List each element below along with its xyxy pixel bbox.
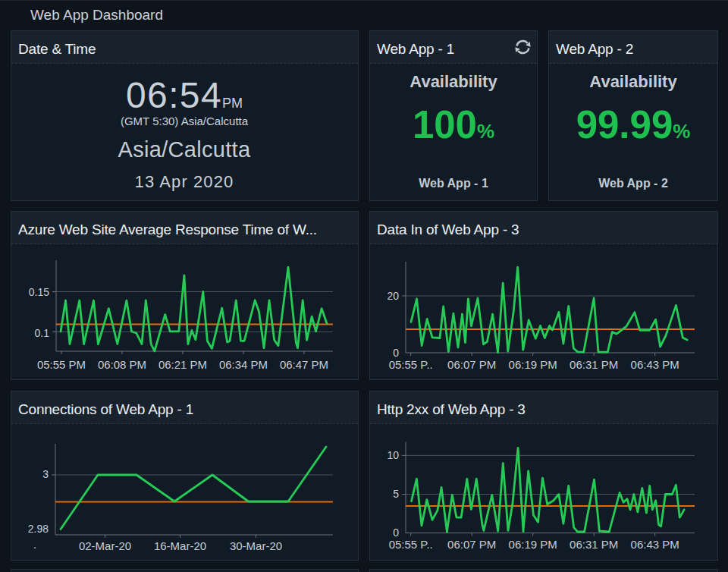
svg-text:05:55 P..: 05:55 P.. [389,538,433,551]
svg-text:06:07 PM: 06:07 PM [447,538,496,551]
svg-text:02-Mar-20: 02-Mar-20 [79,539,131,552]
svg-text:06:54PM: 06:54PM [126,75,243,115]
svg-text:99.99%: 99.99% [576,103,691,146]
svg-text:Asia/Calcutta: Asia/Calcutta [118,137,251,162]
svg-text:06:19 PM: 06:19 PM [509,538,557,551]
svg-text:16-Mar-20: 16-Mar-20 [154,539,206,552]
svg-text:30-Mar-20: 30-Mar-20 [230,539,282,552]
svg-text:.: . [33,539,36,551]
svg-text:0: 0 [393,347,399,359]
svg-text:(GMT 5:30) Asia/Calcutta: (GMT 5:30) Asia/Calcutta [121,115,249,127]
svg-text:06:34 PM: 06:34 PM [219,358,268,371]
svg-text:0.15: 0.15 [29,286,49,298]
svg-text:3: 3 [42,468,49,480]
svg-text:13 Apr 2020: 13 Apr 2020 [135,172,234,191]
svg-text:20: 20 [387,290,399,302]
svg-text:5: 5 [393,488,399,500]
svg-text:06:07 PM: 06:07 PM [447,358,496,371]
svg-text:0: 0 [393,526,399,539]
svg-text:06:31 PM: 06:31 PM [570,538,618,551]
svg-text:06:47 PM: 06:47 PM [280,358,328,371]
svg-text:06:43 PM: 06:43 PM [631,358,679,371]
svg-text:06:31 PM: 06:31 PM [570,358,618,371]
svg-text:Web App - 1: Web App - 1 [419,177,488,190]
svg-text:100%: 100% [413,103,494,146]
svg-text:Availability: Availability [589,72,677,91]
svg-text:0.1: 0.1 [35,327,50,339]
svg-text:Availability: Availability [410,72,497,91]
svg-text:2.98: 2.98 [28,523,49,535]
svg-text:06:08 PM: 06:08 PM [98,358,146,371]
svg-text:05:55 PM: 05:55 PM [37,358,86,371]
svg-text:05:55 P..: 05:55 P.. [389,358,433,371]
svg-text:06:43 PM: 06:43 PM [631,538,679,551]
svg-text:06:21 PM: 06:21 PM [158,358,207,371]
svg-text:06:19 PM: 06:19 PM [509,358,557,371]
svg-text:Web App - 2: Web App - 2 [598,177,668,190]
svg-text:10: 10 [387,449,399,461]
